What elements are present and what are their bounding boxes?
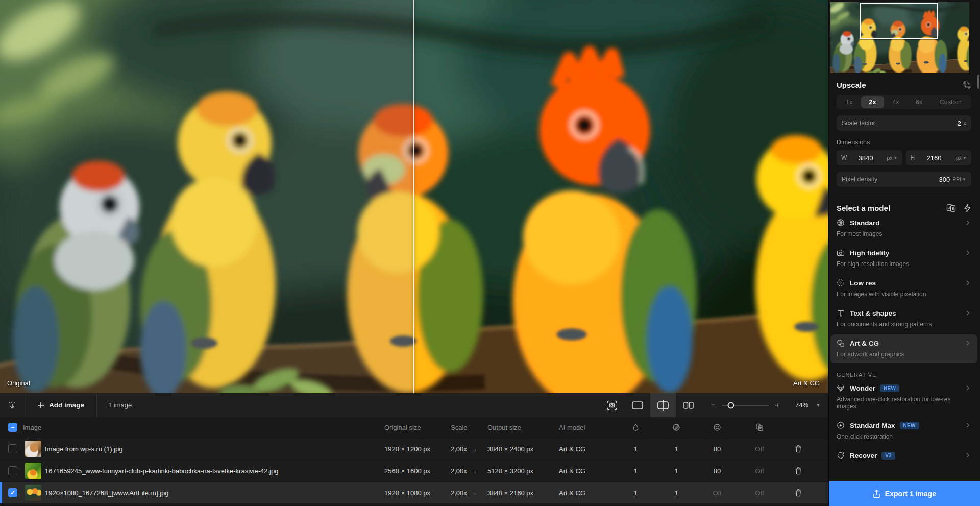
pixel-density-label: Pixel density <box>842 176 877 183</box>
model-description: For most images <box>837 230 971 237</box>
face-recovery-value: 80 <box>695 467 739 475</box>
select-all-checkbox[interactable]: – <box>8 423 17 432</box>
preview-canvas[interactable]: Original Art & CG <box>0 0 828 393</box>
row-thumbnail <box>25 441 41 457</box>
model-name: Low res <box>850 279 876 287</box>
color-value: Off <box>739 489 780 497</box>
droplet-icon[interactable] <box>614 423 657 431</box>
column-header-scale[interactable]: Scale <box>444 424 481 431</box>
right-sidebar: Upscale 1x 2x 4x 6x Custom Scale factor … <box>828 0 980 506</box>
single-view-button[interactable] <box>625 393 650 417</box>
model-item-text-shapes[interactable]: Text & shapes For documents and strong p… <box>830 304 977 333</box>
zoom-level[interactable]: 74% <box>795 401 808 409</box>
section-divider <box>837 196 971 196</box>
pixel-density-unit: PPI <box>952 176 961 182</box>
model-item-art-cg[interactable]: Art & CG For artwork and graphics <box>830 334 977 363</box>
chevron-right-icon <box>964 279 971 286</box>
height-field[interactable]: H 2160 px ▼ <box>906 150 972 165</box>
model-description: For images with visible pixelation <box>837 291 971 298</box>
ai-model: Art & CG <box>552 467 614 475</box>
split-view-button[interactable] <box>650 393 676 417</box>
model-item-low-res[interactable]: Low res For images with visible pixelati… <box>830 274 977 303</box>
sharpen-value: 1 <box>657 467 695 475</box>
width-field[interactable]: W 3840 px ▼ <box>837 150 902 165</box>
face-recovery-icon[interactable] <box>695 423 739 431</box>
model-name: Art & CG <box>850 340 879 347</box>
row-checkbox[interactable]: ✓ <box>8 488 17 497</box>
zoom-in-button[interactable]: + <box>774 400 781 411</box>
export-icon <box>873 490 880 498</box>
zoom-menu-chevron-icon[interactable]: ▼ <box>816 402 821 408</box>
height-value[interactable]: 2160 <box>927 154 942 162</box>
side-by-side-view-button[interactable] <box>676 393 701 417</box>
column-header-image[interactable]: Image <box>22 424 378 431</box>
column-header-ai-model[interactable]: AI model <box>552 424 614 431</box>
row-checkbox[interactable] <box>8 466 17 475</box>
model-item-high-fidelity[interactable]: High fidelity For high-resolution images <box>830 244 977 273</box>
zoom-out-button[interactable]: − <box>709 400 717 411</box>
chevron-down-icon[interactable]: ▼ <box>894 156 898 160</box>
lightning-icon[interactable] <box>964 204 971 212</box>
table-row[interactable]: Image from wp-s.ru (1).jpg 1920 × 1200 p… <box>0 438 828 460</box>
chevron-right-icon <box>964 249 971 256</box>
original-size: 2560 × 1600 px <box>378 467 444 475</box>
generative-section-label: GENERATIVE <box>837 372 971 378</box>
navigator-thumbnail[interactable] <box>830 2 969 73</box>
table-row-selected[interactable]: ✓ 1920×1080_1677268_[www.ArtFile.ru].jpg… <box>0 482 828 504</box>
scale-tab-1x[interactable]: 1x <box>838 96 861 108</box>
camera-icon <box>837 249 845 257</box>
snapshot-view-button[interactable] <box>599 393 625 417</box>
model-item-standard-max[interactable]: Standard Max NEW One-click restoration <box>830 417 977 445</box>
new-badge: NEW <box>880 384 899 392</box>
scale-factor-field[interactable]: Scale factor 2 x <box>837 115 971 131</box>
arrow-right-icon: → <box>471 467 477 475</box>
model-name: Wonder <box>850 384 875 392</box>
delete-row-button[interactable] <box>780 489 828 497</box>
add-image-button[interactable]: Add image <box>25 401 96 409</box>
original-label: Original <box>7 379 30 387</box>
model-item-wonder[interactable]: Wonder NEW Advanced one-click restoratio… <box>830 379 977 415</box>
scale-tab-custom[interactable]: Custom <box>930 96 970 108</box>
collapse-panel-icon <box>8 401 17 410</box>
column-header-original-size[interactable]: Original size <box>378 424 444 431</box>
height-unit[interactable]: px <box>956 155 962 161</box>
model-name: Recover <box>850 452 877 460</box>
model-name: Text & shapes <box>850 309 896 317</box>
export-button[interactable]: Export 1 image <box>829 481 980 506</box>
zoom-slider[interactable] <box>722 405 769 406</box>
scale-tab-6x[interactable]: 6x <box>908 96 931 108</box>
chevron-down-icon[interactable]: ▼ <box>962 177 966 182</box>
model-item-standard[interactable]: Standard For most images <box>830 214 977 243</box>
model-description: Advanced one-click restoration for low-r… <box>837 396 971 410</box>
scale-tab-2x[interactable]: 2x <box>861 96 885 108</box>
upscale-section-title: Upscale <box>837 81 866 89</box>
row-checkbox[interactable] <box>8 444 17 453</box>
table-header: – Image Original size Scale Output size … <box>0 417 828 438</box>
navigator-viewport-rect[interactable] <box>860 3 938 39</box>
pixel-density-value[interactable]: 300 <box>939 176 950 183</box>
scale-tab-4x[interactable]: 4x <box>884 96 908 108</box>
column-header-output-size[interactable]: Output size <box>481 424 552 431</box>
collapse-panel-button[interactable] <box>0 401 24 410</box>
delete-row-button[interactable] <box>780 467 828 475</box>
pixel-density-field[interactable]: Pixel density 300 PPI ▼ <box>837 172 971 187</box>
table-row[interactable]: 1671659245_www-funnyart-club-p-kartinki-… <box>0 460 828 482</box>
zoom-slider-knob[interactable] <box>728 402 734 408</box>
color-profiles-icon[interactable] <box>739 423 780 431</box>
comparison-divider[interactable] <box>413 0 414 393</box>
scale-value: 2,00x <box>451 445 467 453</box>
model-item-recover[interactable]: Recover V2 <box>830 447 977 465</box>
face-recovery-value: 80 <box>695 445 739 453</box>
v2-badge: V2 <box>881 452 895 460</box>
arrow-right-icon: → <box>471 489 477 497</box>
delete-row-button[interactable] <box>780 445 828 453</box>
scale-factor-value[interactable]: 2 <box>958 119 961 127</box>
sharpen-icon[interactable] <box>657 423 695 431</box>
width-unit[interactable]: px <box>887 155 892 161</box>
chevron-down-icon[interactable]: ▼ <box>963 156 967 160</box>
ab-compare-icon[interactable]: A B <box>946 204 956 212</box>
single-view-icon <box>632 401 643 409</box>
row-thumbnail <box>25 463 41 479</box>
crop-icon[interactable] <box>963 81 971 89</box>
width-value[interactable]: 3840 <box>858 154 873 162</box>
